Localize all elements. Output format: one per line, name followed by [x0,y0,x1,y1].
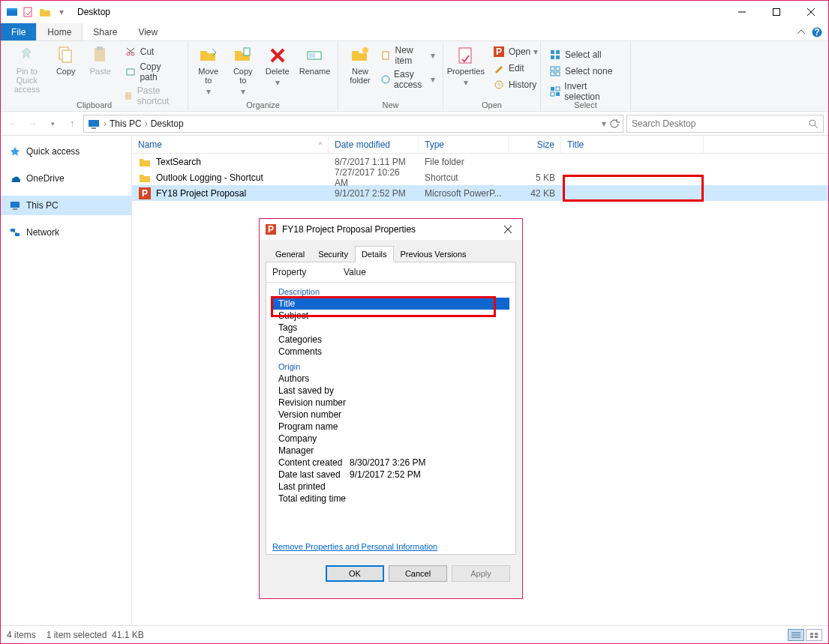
pc-icon [8,199,22,212]
nav-up-button[interactable]: ↑ [64,115,80,132]
select-none-icon [548,64,562,78]
col-name[interactable]: Name^ [132,136,329,153]
details-scroll[interactable]: Description TitleSubjectTagsCategoriesCo… [266,283,515,539]
property-row[interactable]: Last printed [272,481,509,493]
move-to-button[interactable]: Move to▾ [193,44,224,100]
apply-button[interactable]: Apply [452,565,510,582]
tab-previous-versions[interactable]: Previous Versions [394,246,473,262]
col-date[interactable]: Date modified [329,136,419,153]
qat-properties-icon[interactable] [22,5,35,19]
copy-path-button[interactable]: Copy path [122,61,182,83]
pin-to-quick-access-button[interactable]: Pin to Quick access [7,44,47,95]
minimize-button[interactable] [725,1,759,23]
view-icons-button[interactable] [806,629,822,641]
nav-pane: Quick access OneDrive This PC Network [1,136,132,625]
tab-general[interactable]: General [269,246,311,262]
col-size[interactable]: Size [509,136,561,153]
sidebar-item-thispc[interactable]: This PC [1,196,131,215]
file-row[interactable]: PFY18 Project Proposal9/1/2017 2:52 PMMi… [132,185,828,201]
easy-access-button[interactable]: Easy access ▾ [379,68,437,91]
property-key: Last saved by [278,385,350,396]
property-row[interactable]: Tags [272,322,509,334]
maximize-button[interactable] [759,1,794,23]
qat-dropdown-icon[interactable]: ▾ [55,5,68,19]
properties-button[interactable]: Properties▾ [444,44,488,89]
tab-view[interactable]: View [128,23,168,40]
edit-button[interactable]: Edit [491,61,539,76]
svg-point-45 [809,120,815,126]
tab-file[interactable]: File [1,23,36,40]
select-all-icon [548,48,562,61]
new-folder-button[interactable]: New folder [344,44,376,86]
svg-rect-19 [244,48,250,55]
nav-back-button[interactable]: ← [5,115,22,132]
property-row[interactable]: Authors [272,373,509,385]
help-icon[interactable]: ? [812,27,822,37]
property-value [350,310,509,321]
property-key: Total editing time [278,493,350,504]
close-button[interactable] [794,1,828,23]
tab-security[interactable]: Security [311,246,355,262]
nav-forward-button[interactable]: → [25,115,41,132]
sidebar-item-onedrive[interactable]: OneDrive [1,169,131,188]
rename-button[interactable]: Rename [296,44,334,100]
history-button[interactable]: History [491,77,539,92]
file-icon [138,171,152,184]
tab-share[interactable]: Share [83,23,128,40]
refresh-icon[interactable] [609,118,620,129]
remove-properties-link[interactable]: Remove Properties and Personal Informati… [266,539,515,554]
property-row[interactable]: Categories [272,334,509,346]
select-all-button[interactable]: Select all [547,47,624,62]
property-row[interactable]: Version number [272,409,509,421]
svg-rect-58 [815,633,818,635]
sidebar-item-network[interactable]: Network [1,223,131,242]
network-icon [8,226,22,239]
property-row[interactable]: Subject [272,310,509,322]
new-item-icon [380,49,392,62]
svg-rect-49 [11,229,15,232]
cancel-button[interactable]: Cancel [389,565,447,582]
ok-button[interactable]: OK [326,565,384,582]
cut-button[interactable]: Cut [122,44,182,59]
crumb-desktop[interactable]: Desktop [151,118,184,129]
delete-button[interactable]: Delete▾ [262,44,293,100]
breadcrumb[interactable]: › This PC › Desktop ▾ [83,115,623,133]
tab-details[interactable]: Details [355,246,394,262]
sidebar-item-quick-access[interactable]: Quick access [1,142,131,161]
col-type[interactable]: Type [419,136,509,153]
copy-to-button[interactable]: Copy to▾ [227,44,259,100]
file-row[interactable]: TextSearch8/7/2017 1:11 PMFile folder [132,154,828,169]
property-row[interactable]: Date last saved9/1/2017 2:52 PM [272,469,509,481]
nav-recent-button[interactable]: ▾ [44,115,61,132]
open-button[interactable]: P Open ▾ [491,44,539,59]
collapse-ribbon-icon[interactable] [797,28,806,37]
invert-selection-icon [548,85,561,98]
col-title[interactable]: Title [561,136,704,153]
property-row[interactable]: Revision number [272,397,509,409]
new-item-button[interactable]: New item ▾ [379,44,437,67]
file-row[interactable]: Outlook Logging - Shortcut7/27/2017 10:2… [132,169,828,185]
tab-home[interactable]: Home [36,23,83,40]
view-details-button[interactable] [788,629,804,641]
property-row[interactable]: Manager [272,445,509,457]
property-row[interactable]: Content created8/30/2017 3:26 PM [272,457,509,469]
select-none-button[interactable]: Select none [547,64,624,79]
property-value [350,346,509,357]
property-row[interactable]: Program name [272,421,509,433]
property-row[interactable]: Title [272,298,509,310]
copy-button[interactable]: Copy [50,44,82,77]
dialog-close-button[interactable] [498,221,518,238]
address-dropdown-icon[interactable]: ▾ [602,118,606,129]
paste-button[interactable]: Paste [85,44,116,77]
invert-selection-button[interactable]: Invert selection [547,80,624,103]
crumb-thispc[interactable]: This PC [110,118,142,129]
property-row[interactable]: Last saved by [272,385,509,397]
property-row[interactable]: Total editing time [272,493,509,505]
property-row[interactable]: Comments [272,346,509,358]
property-row[interactable]: Company [272,433,509,445]
svg-rect-32 [556,50,560,54]
qat-newfolder-icon[interactable] [38,5,52,19]
svg-rect-36 [556,67,560,70]
window-controls [725,1,828,23]
search-input[interactable]: Search Desktop [626,115,824,133]
